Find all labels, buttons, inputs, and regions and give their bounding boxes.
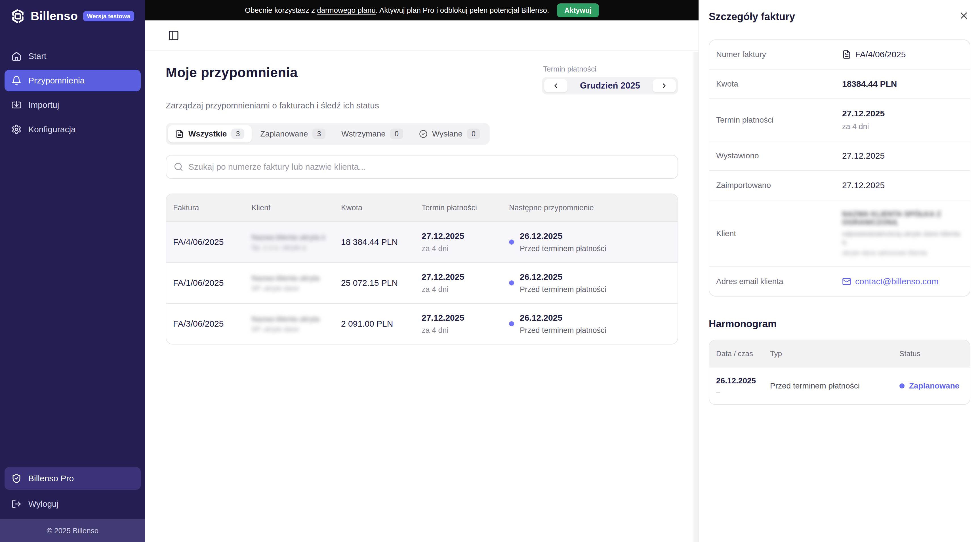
version-badge: Wersja testowa	[83, 11, 135, 21]
client-name-redacted: Nazwa klienta ukryta	[251, 315, 334, 324]
activate-pro-button[interactable]: Aktywuj	[557, 3, 599, 17]
import-icon	[11, 100, 22, 110]
col-header-kwota: Kwota	[334, 204, 415, 212]
invoice-number: FA/4/06/2025	[166, 237, 245, 247]
sidebar-item-label: Konfiguracja	[29, 124, 76, 134]
detail-label: Adres email klienta	[716, 277, 842, 286]
logo-text: Billenso	[31, 10, 78, 23]
next-type: Przed terminem płatności	[520, 285, 606, 294]
panel-left-icon	[168, 30, 179, 41]
client-line3-redacted: ukryte dane adresowe klienta	[842, 249, 963, 257]
page-header: Moje przypomnienia Termin płatności Grud…	[166, 65, 678, 94]
due-relative: za 4 dni	[422, 326, 502, 335]
invoice-number: FA/1/06/2025	[166, 278, 245, 288]
sidebar-item-label: Przypomnienia	[29, 76, 84, 85]
detail-row-imported: Zaimportowano 27.12.2025	[710, 170, 970, 200]
sched-status: Zaplanowane	[892, 381, 970, 391]
next-reminder-text: 26.12.2025 Przed terminem płatności	[520, 272, 606, 294]
next-date: 26.12.2025	[520, 313, 606, 323]
table-row[interactable]: FA/4/06/2025 Nazwa klienta ukryta ś Sp. …	[166, 222, 678, 262]
detail-label: Kwota	[716, 80, 842, 89]
page-title: Moje przypomnienia	[166, 65, 298, 80]
detail-label: Numer faktury	[716, 50, 842, 59]
sidebar-item-start[interactable]: Start	[5, 45, 141, 67]
detail-row-email: Adres email klienta contact@billenso.com	[710, 266, 970, 296]
sched-col-date: Data / czas	[710, 349, 763, 358]
next-date: 26.12.2025	[520, 231, 606, 241]
client-email-link[interactable]: contact@billenso.com	[842, 277, 963, 286]
next-date: 26.12.2025	[520, 272, 606, 282]
tab-label: Wysłane	[432, 129, 463, 139]
sidebar-item-przypomnienia[interactable]: Przypomnienia	[5, 70, 141, 91]
sched-type: Przed terminem płatności	[763, 381, 892, 391]
tab-wyslane[interactable]: Wysłane 0	[412, 125, 487, 142]
sched-date: 26.12.2025	[716, 376, 763, 385]
billenso-app: Billenso Wersja testowa Start Przypomnie…	[0, 0, 980, 542]
table-row[interactable]: FA/1/06/2025 Nazwa klienta ukryta SP. uk…	[166, 262, 678, 303]
invoice-number: FA/3/06/2025	[166, 319, 245, 328]
sched-col-type: Typ	[763, 349, 892, 358]
sched-time: –	[716, 387, 763, 396]
sidebar-item-label: Wyloguj	[29, 499, 59, 509]
detail-row-amount: Kwota 18384.44 PLN	[710, 69, 970, 99]
due-date: 27.12.2025	[422, 272, 502, 282]
tab-label: Zaplanowane	[260, 129, 308, 139]
due-cell: 27.12.2025 za 4 dni	[415, 313, 502, 335]
prev-month-button[interactable]	[544, 79, 568, 92]
status-dot	[899, 383, 905, 389]
scrollbar-gutter[interactable]	[694, 52, 698, 542]
search-input[interactable]	[188, 162, 670, 172]
schedule-row[interactable]: 26.12.2025 – Przed terminem płatności Za…	[710, 367, 970, 404]
tab-wszystkie[interactable]: Wszystkie 3	[168, 125, 252, 142]
next-reminder-cell: 26.12.2025 Przed terminem płatności	[502, 231, 678, 253]
current-month-label: Grudzień 2025	[568, 81, 652, 91]
free-plan-link[interactable]: darmowego planu	[317, 6, 375, 14]
banner-text: Obecnie korzystasz z darmowego planu. Ak…	[245, 6, 549, 15]
sidebar-item-konfiguracja[interactable]: Konfiguracja	[5, 119, 141, 140]
search-bar	[166, 155, 678, 179]
sched-date-cell: 26.12.2025 –	[710, 376, 763, 396]
due-relative-text: za 4 dni	[842, 122, 963, 131]
sidebar-copyright: © 2025 Billenso	[0, 519, 145, 542]
invoice-number-text: FA/4/06/2025	[855, 49, 906, 59]
month-navigator: Grudzień 2025	[542, 77, 678, 94]
tab-label: Wstrzymane	[341, 129, 386, 139]
tab-label: Wszystkie	[188, 129, 227, 139]
sidebar-item-importuj[interactable]: Importuj	[5, 94, 141, 116]
topbar	[145, 21, 698, 51]
table-row[interactable]: FA/3/06/2025 Nazwa klienta ukryta SP. uk…	[166, 303, 678, 344]
sidebar-toggle-button[interactable]	[166, 27, 181, 43]
logo-row: Billenso Wersja testowa	[0, 0, 145, 30]
due-relative: za 4 dni	[422, 244, 502, 253]
sidebar-item-wyloguj[interactable]: Wyloguj	[5, 493, 141, 515]
schedule-title: Harmonogram	[709, 318, 970, 330]
billenso-logo-icon	[10, 8, 25, 24]
sidebar-spacer	[0, 140, 145, 467]
col-header-termin: Termin płatności	[415, 204, 502, 212]
next-month-button[interactable]	[652, 79, 676, 92]
tab-zaplanowane[interactable]: Zaplanowane 3	[253, 125, 333, 142]
client-line2-redacted: odpowiedzialnością ukryte dane klienta ą	[842, 230, 963, 246]
date-filter-label: Termin płatności	[543, 65, 678, 73]
tab-count-badge: 0	[467, 129, 480, 139]
home-icon	[11, 51, 22, 61]
close-icon	[958, 10, 969, 21]
close-panel-button[interactable]	[957, 9, 970, 24]
sched-col-status: Status	[892, 349, 970, 358]
detail-row-issued: Wystawiono 27.12.2025	[710, 141, 970, 170]
client-subline-redacted: Sp. z o.o. ukryte ę	[251, 244, 334, 252]
tab-wstrzymane[interactable]: Wstrzymane 0	[334, 125, 410, 142]
logout-icon	[11, 499, 22, 509]
imported-date-value: 27.12.2025	[842, 180, 963, 190]
mail-icon	[842, 277, 851, 286]
sched-status-text: Zaplanowane	[909, 381, 959, 391]
client-name-redacted: Nazwa klienta ukryta ś	[251, 233, 334, 242]
invoice-number-value: FA/4/06/2025	[842, 49, 963, 59]
bell-icon	[11, 75, 22, 86]
client-value-redacted: NAZWA KLIENTA SPÓŁKA Z OGRANICZONĄ odpow…	[842, 210, 963, 257]
next-reminder-cell: 26.12.2025 Przed terminem płatności	[502, 272, 678, 294]
page-subtitle: Zarządzaj przypomnieniami o fakturach i …	[166, 101, 678, 110]
due-date: 27.12.2025	[422, 231, 502, 241]
plan-banner: Obecnie korzystasz z darmowego planu. Ak…	[145, 0, 698, 21]
sidebar-item-billenso-pro[interactable]: Billenso Pro	[5, 467, 141, 490]
